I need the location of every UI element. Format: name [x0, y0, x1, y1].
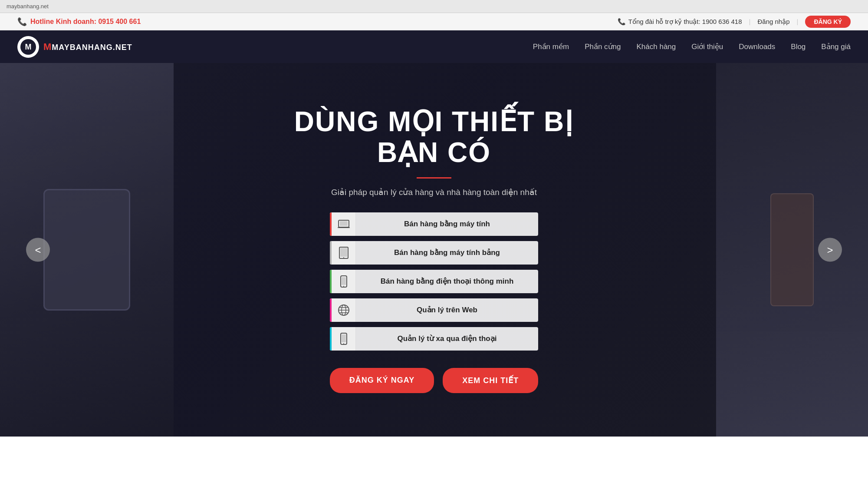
- hero-subtitle: Giải pháp quản lý cửa hàng và nhà hàng t…: [331, 187, 537, 197]
- feature-item-phone[interactable]: Bán hàng bằng điện thoại thông minh: [330, 270, 538, 293]
- feature-label-phone: Bán hàng bằng điện thoại thông minh: [356, 277, 538, 286]
- nav-item-downloads[interactable]: Downloads: [739, 43, 775, 51]
- nav-item-phan-mem[interactable]: Phần mềm: [533, 42, 569, 51]
- svg-text:M: M: [25, 43, 32, 51]
- feature-label-remote: Quản lý từ xa qua điện thoại: [356, 334, 538, 343]
- nav-links: Phần mềm Phần cứng Khách hàng Giới thiệu…: [533, 42, 851, 51]
- hotline-text: Hotline Kinh doanh: 0915 400 661: [30, 18, 141, 26]
- svg-rect-3: [340, 221, 348, 226]
- browser-url: maybanhang.net: [7, 3, 49, 10]
- nav-link-blog[interactable]: Blog: [791, 43, 806, 51]
- nav-item-gioi-thieu[interactable]: Giới thiệu: [691, 42, 723, 51]
- globe-icon: [338, 304, 350, 316]
- nav-link-phan-cung[interactable]: Phần cứng: [585, 43, 621, 51]
- logo[interactable]: M MMAYBANHANG.NET: [17, 36, 132, 58]
- nav-item-phan-cung[interactable]: Phần cứng: [585, 42, 621, 51]
- feature-icon-tablet: [330, 241, 356, 265]
- feature-item-remote[interactable]: Quản lý từ xa qua điện thoại: [330, 327, 538, 351]
- nav-item-khach-hang[interactable]: Khách hàng: [637, 43, 676, 51]
- hero-section: < DÙNG MỌI THIẾT BỊ BẠN CÓ Giải pháp quả…: [0, 63, 868, 437]
- nav-link-gioi-thieu[interactable]: Giới thiệu: [691, 43, 723, 51]
- phone-icon: 📞: [17, 17, 27, 26]
- tablet-icon: [339, 247, 349, 259]
- divider2: |: [797, 18, 799, 25]
- device-decor-tablet: [43, 189, 130, 311]
- feature-label-tablet: Bán hàng bằng máy tính bảng: [356, 248, 538, 257]
- cta-register-button[interactable]: ĐĂNG KÝ NGAY: [330, 368, 434, 393]
- cta-details-button[interactable]: XEM CHI TIẾT: [443, 368, 538, 393]
- logo-circle: M: [17, 36, 39, 58]
- svg-point-18: [343, 343, 344, 344]
- svg-rect-9: [342, 277, 346, 285]
- carousel-arrow-left[interactable]: <: [26, 238, 50, 262]
- hero-divider: [417, 177, 451, 179]
- feature-list: Bán hàng bằng máy tính Bán hàng bằng máy…: [260, 212, 608, 351]
- support-section: 📞 Tổng đài hỗ trợ kỹ thuật: 1900 636 418: [618, 18, 742, 26]
- nav-link-khach-hang[interactable]: Khách hàng: [637, 43, 676, 51]
- navbar: M MMAYBANHANG.NET Phần mềm Phần cứng Khá…: [0, 30, 868, 63]
- top-bar: 📞 Hotline Kinh doanh: 0915 400 661 📞 Tổn…: [0, 13, 868, 30]
- nav-item-bang-gia[interactable]: Bảng giá: [821, 42, 851, 51]
- svg-point-10: [343, 286, 344, 287]
- top-bar-right: 📞 Tổng đài hỗ trợ kỹ thuật: 1900 636 418…: [618, 16, 851, 28]
- nav-link-bang-gia[interactable]: Bảng giá: [821, 43, 851, 51]
- feature-item-web[interactable]: Quản lý trên Web: [330, 298, 538, 322]
- feature-item-tablet[interactable]: Bán hàng bằng máy tính bảng: [330, 241, 538, 265]
- feature-icon-remote: [330, 327, 356, 351]
- logo-icon: M: [20, 38, 37, 56]
- hero-side-right-decor: [716, 63, 868, 437]
- nav-item-blog[interactable]: Blog: [791, 43, 806, 51]
- cta-buttons: ĐĂNG KÝ NGAY XEM CHI TIẾT: [330, 368, 538, 393]
- divider: |: [749, 18, 751, 25]
- feature-label-web: Quản lý trên Web: [356, 305, 538, 314]
- device-decor-phone: [770, 193, 814, 306]
- laptop-icon: [338, 219, 350, 229]
- hotline-section: 📞 Hotline Kinh doanh: 0915 400 661: [17, 17, 141, 26]
- feature-icon-web: [330, 298, 356, 322]
- headset-icon: 📞: [618, 18, 626, 26]
- logo-text: MMAYBANHANG.NET: [43, 41, 132, 53]
- feature-item-laptop[interactable]: Bán hàng bằng máy tính: [330, 212, 538, 236]
- smartphone-icon: [340, 275, 347, 288]
- svg-point-7: [343, 257, 344, 258]
- feature-label-laptop: Bán hàng bằng máy tính: [356, 219, 538, 228]
- carousel-arrow-right[interactable]: >: [818, 238, 842, 262]
- nav-link-phan-mem[interactable]: Phần mềm: [533, 43, 569, 51]
- svg-rect-6: [340, 248, 347, 257]
- nav-link-downloads[interactable]: Downloads: [739, 43, 775, 51]
- browser-bar: maybanhang.net: [0, 0, 868, 13]
- remote-phone-icon: [340, 333, 347, 345]
- svg-rect-4: [338, 227, 350, 228]
- feature-icon-laptop: [330, 212, 356, 236]
- register-button[interactable]: ĐĂNG KÝ: [805, 16, 851, 28]
- svg-rect-17: [342, 334, 346, 342]
- login-link[interactable]: Đăng nhập: [757, 18, 789, 26]
- hero-content: DÙNG MỌI THIẾT BỊ BẠN CÓ Giải pháp quản …: [260, 106, 608, 393]
- feature-icon-phone: [330, 270, 356, 293]
- support-text: Tổng đài hỗ trợ kỹ thuật: 1900 636 418: [628, 18, 742, 26]
- hero-title: DÙNG MỌI THIẾT BỊ BẠN CÓ: [260, 106, 608, 168]
